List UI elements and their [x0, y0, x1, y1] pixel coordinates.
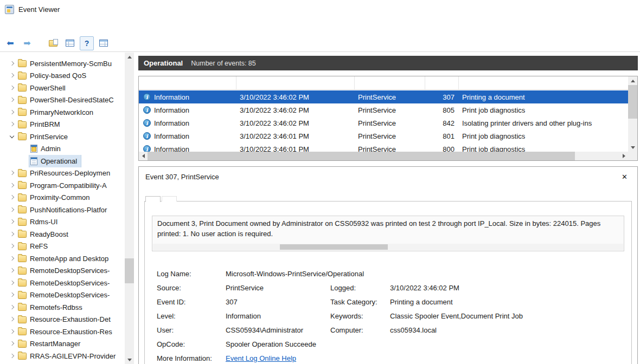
log-admin-tree-item[interactable]: Admin — [0, 143, 125, 155]
chevron-icon[interactable] — [8, 168, 17, 178]
chevron-icon[interactable] — [8, 266, 17, 275]
back-toolbar-button[interactable]: ⬅ — [3, 36, 17, 50]
tree-item[interactable]: PushNotifications-Platfor — [0, 204, 125, 216]
event-list-vertical-scrollbar[interactable] — [628, 76, 637, 152]
tab[interactable] — [162, 196, 177, 202]
chevron-icon[interactable] — [8, 71, 17, 80]
scroll-down-button[interactable] — [628, 143, 637, 152]
chevron-icon[interactable] — [8, 95, 17, 105]
tree-item[interactable]: ReadyBoost — [0, 228, 125, 240]
chevron-icon[interactable] — [8, 352, 17, 361]
tree-item[interactable]: RemoteDesktopServices- — [0, 277, 125, 289]
tree-item[interactable]: RRAS-AGILEVPN-Provider — [0, 350, 125, 362]
tree-item-label: PersistentMemory-ScmBu — [30, 60, 112, 68]
tree-item[interactable]: PrintBRM — [0, 119, 125, 131]
vertical-scrollbar-thumb[interactable] — [628, 85, 637, 119]
chevron-icon[interactable] — [8, 181, 17, 190]
tree-item[interactable] — [0, 362, 125, 364]
chevron-icon[interactable] — [8, 242, 17, 251]
chevron-icon[interactable] — [8, 339, 17, 348]
horizontal-scrollbar-thumb[interactable] — [148, 152, 575, 160]
tree-item[interactable]: RemoteDesktopServices- — [0, 289, 125, 302]
chevron-icon[interactable] — [8, 193, 17, 202]
tree-item[interactable]: PersistentMemory-ScmBu — [0, 57, 125, 70]
tree-item[interactable]: PrintService — [0, 131, 125, 143]
menu-item[interactable] — [24, 23, 36, 30]
event-row[interactable]: Information 3/10/2022 3:46:01 PM PrintSe… — [139, 129, 628, 142]
column-header[interactable] — [236, 76, 355, 89]
horizontal-scrollbar-track[interactable] — [148, 152, 619, 160]
property-value-2: Classic Spooler Event,Document Print Job — [390, 312, 624, 320]
tree-item[interactable]: ReFS — [0, 240, 125, 253]
log-tree-item[interactable]: Operational — [0, 155, 125, 167]
event-row[interactable]: Information 3/10/2022 3:46:02 PM PrintSe… — [139, 90, 628, 103]
column-header[interactable] — [139, 76, 236, 89]
tree-item[interactable]: Remotefs-Rdbss — [0, 301, 125, 314]
tree-scrollbar[interactable] — [125, 53, 134, 364]
column-header[interactable] — [425, 76, 459, 89]
event-description-box[interactable]: Document 3, Print Document owned by Admi… — [152, 216, 624, 251]
scroll-left-button[interactable] — [139, 152, 148, 160]
chevron-icon[interactable] — [8, 205, 17, 214]
menu-item[interactable] — [36, 23, 48, 30]
help-toolbar-button[interactable]: ? — [80, 36, 94, 50]
description-scrollbar[interactable] — [153, 244, 623, 250]
chevron-icon[interactable] — [8, 59, 17, 68]
tree-item[interactable]: Proximity-Common — [0, 192, 125, 204]
scroll-up-button[interactable] — [125, 53, 134, 61]
scroll-right-button[interactable] — [619, 152, 628, 160]
tree-item[interactable]: RemoteApp and Desktop — [0, 252, 125, 265]
chevron-icon[interactable] — [8, 230, 17, 239]
chevron-icon[interactable] — [8, 217, 17, 226]
event-list-horizontal-scrollbar[interactable] — [139, 152, 628, 160]
close-icon[interactable]: ✕ — [619, 172, 630, 182]
tree-item[interactable]: Resource-Exhaustion-Det — [0, 314, 125, 326]
tab[interactable] — [145, 196, 161, 202]
open-saved-log-toolbar-button[interactable] — [46, 36, 60, 50]
more-information-link[interactable]: Event Log Online Help — [226, 354, 330, 362]
tree-item-inner: PersistentMemory-ScmBu — [17, 57, 116, 70]
chevron-icon[interactable] — [8, 290, 17, 300]
tree-item-inner: RemoteDesktopServices- — [17, 265, 113, 277]
forward-toolbar-button[interactable]: ➡ — [20, 36, 34, 50]
column-header[interactable] — [459, 76, 628, 89]
tree-item[interactable]: RestartManager — [0, 338, 125, 350]
tree-item[interactable]: Policy-based QoS — [0, 70, 125, 82]
detail-tabs — [139, 186, 637, 202]
scroll-down-button[interactable] — [125, 355, 134, 364]
event-row[interactable]: Information 3/10/2022 3:46:02 PM PrintSe… — [139, 116, 628, 129]
chevron-icon[interactable] — [8, 83, 17, 93]
event-row[interactable]: Information 3/10/2022 3:46:01 PM PrintSe… — [139, 142, 628, 152]
tree-scrollbar-thumb[interactable] — [125, 258, 134, 283]
chevron-icon[interactable] — [8, 254, 17, 263]
event-task-category: Isolating printer drivers and other plug… — [459, 119, 628, 127]
general-tab-page: Document 3, Print Document owned by Admi… — [144, 201, 632, 364]
tree-item[interactable]: PowerShell-DesiredStateC — [0, 94, 125, 107]
tree-item[interactable]: PowerShell — [0, 82, 125, 94]
tree-item-label: PriResources-Deploymen — [30, 169, 110, 177]
chevron-icon[interactable] — [8, 315, 17, 324]
tree-item[interactable]: Program-Compatibility-A — [0, 179, 125, 192]
description-scrollbar-thumb[interactable] — [280, 244, 388, 250]
chevron-icon[interactable] — [8, 132, 17, 141]
chevron-icon[interactable] — [8, 120, 17, 129]
tree-item-inner: RemoteDesktopServices- — [17, 277, 113, 289]
column-header[interactable] — [355, 76, 425, 89]
chevron-icon[interactable] — [8, 278, 17, 288]
chevron-icon[interactable] — [8, 108, 17, 117]
menu-item[interactable] — [0, 23, 12, 30]
event-row[interactable]: Information 3/10/2022 3:46:02 PM PrintSe… — [139, 103, 628, 116]
scroll-down-icon — [127, 359, 132, 361]
chevron-icon[interactable] — [8, 303, 17, 312]
tree-item[interactable]: Rdms-UI — [0, 216, 125, 229]
action-pane-toolbar-button[interactable] — [97, 36, 111, 50]
tree-item[interactable]: Resource-Exhaustion-Res — [0, 326, 125, 338]
chevron-icon[interactable] — [8, 327, 17, 336]
scroll-up-button[interactable] — [628, 76, 637, 85]
tree-item[interactable]: PrimaryNetworkIcon — [0, 106, 125, 119]
tree-item-label: ReadyBoost — [30, 230, 68, 238]
console-tree-toolbar-button[interactable] — [63, 36, 77, 50]
tree-item[interactable]: RemoteDesktopServices- — [0, 265, 125, 277]
tree-item[interactable]: PriResources-Deploymen — [0, 167, 125, 180]
menu-item[interactable] — [12, 23, 24, 30]
